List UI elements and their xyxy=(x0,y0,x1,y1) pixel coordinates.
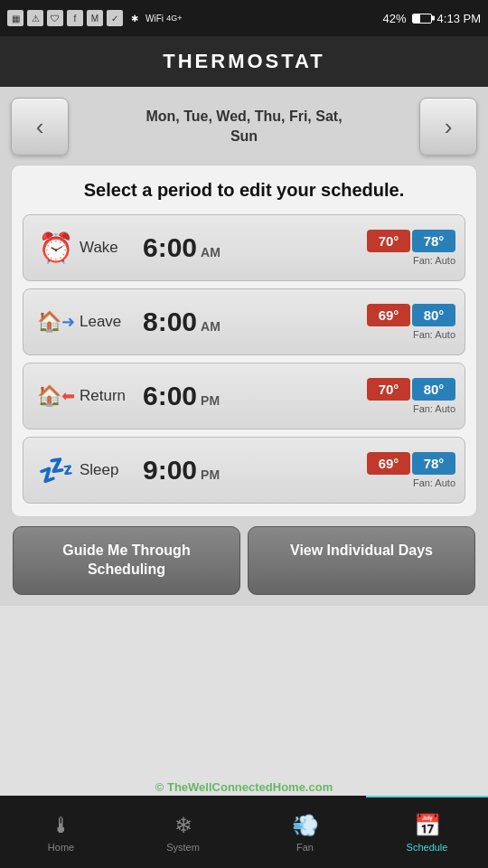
leave-icon: 🏠➜ xyxy=(33,298,80,345)
sleep-time: 9:00 PM xyxy=(143,455,367,486)
battery-percent: 42% xyxy=(383,12,407,25)
days-display: Mon, Tue, Wed, Thu, Fri, Sat,Sun xyxy=(76,107,412,147)
return-icon: 🏠⬅ xyxy=(33,373,80,420)
return-temps: 70° 80° Fan: Auto xyxy=(367,378,455,414)
return-ampm: PM xyxy=(201,393,220,408)
sleep-ampm: PM xyxy=(201,467,220,482)
footer-fan[interactable]: 💨 Fan xyxy=(244,796,366,868)
wake-time-value: 6:00 xyxy=(143,232,197,263)
footer-home[interactable]: 🌡 Home xyxy=(0,796,122,868)
alert-icon: ⚠ xyxy=(27,10,43,26)
fan-icon: 💨 xyxy=(292,813,319,838)
leave-temp-badges: 69° 80° xyxy=(367,304,455,326)
leave-cool-temp: 80° xyxy=(412,304,455,326)
signal-icon: 4G+ xyxy=(166,10,183,26)
battery-bar xyxy=(412,14,432,24)
system-snowflake-icon: ❄ xyxy=(174,813,192,838)
leave-heat-temp: 69° xyxy=(367,304,410,326)
sleep-cool-temp: 78° xyxy=(412,452,455,475)
leave-fan: Fan: Auto xyxy=(413,329,455,340)
next-button[interactable]: › xyxy=(419,98,477,156)
leave-label: Leave xyxy=(80,313,143,331)
wake-icon: ⏰ xyxy=(33,224,80,271)
return-time-value: 6:00 xyxy=(143,381,197,411)
status-icons-left: ▦ ⚠ 🛡 f M ✓ ✱ WiFi 4G+ xyxy=(7,10,183,26)
return-time: 6:00 PM xyxy=(143,381,367,411)
footer-home-label: Home xyxy=(48,842,74,853)
wake-heat-temp: 70° xyxy=(367,230,410,252)
wake-temps: 70° 78° Fan: Auto xyxy=(367,230,455,266)
schedule-card-title: Select a period to edit your schedule. xyxy=(23,178,465,202)
return-cool-temp: 80° xyxy=(412,378,455,401)
sleep-icon: 💤 xyxy=(33,447,80,494)
leave-period-row[interactable]: 🏠➜ Leave 8:00 AM 69° 80° Fan: Auto xyxy=(23,288,465,355)
battery-fill xyxy=(413,14,420,23)
wake-ampm: AM xyxy=(201,245,221,259)
return-fan: Fan: Auto xyxy=(413,403,455,414)
return-temp-badges: 70° 80° xyxy=(367,378,455,401)
watermark: © TheWellConnectedHome.com xyxy=(0,780,488,794)
sleep-time-value: 9:00 xyxy=(143,455,197,486)
facebook-icon: f xyxy=(67,10,83,26)
footer-schedule[interactable]: 📅 Schedule xyxy=(366,796,488,868)
days-nav-row: ‹ Mon, Tue, Wed, Thu, Fri, Sat,Sun › xyxy=(11,98,477,156)
wake-period-row[interactable]: ⏰ Wake 6:00 AM 70° 78° Fan: Auto xyxy=(23,214,465,281)
wake-temp-badges: 70° 78° xyxy=(367,230,455,252)
check-icon: ✓ xyxy=(107,10,123,26)
footer-schedule-label: Schedule xyxy=(407,842,448,853)
wake-cool-temp: 78° xyxy=(412,230,455,252)
leave-time-value: 8:00 xyxy=(143,307,197,337)
return-heat-temp: 70° xyxy=(367,378,410,401)
app-header: THERMOSTAT xyxy=(0,36,488,87)
gmail-icon: M xyxy=(87,10,103,26)
clock: 4:13 PM xyxy=(437,12,481,25)
footer-system-label: System xyxy=(166,842,200,853)
wake-time: 6:00 AM xyxy=(143,232,367,263)
sleep-temp-badges: 69° 78° xyxy=(367,452,455,475)
shield-icon: 🛡 xyxy=(47,10,63,26)
sleep-heat-temp: 69° xyxy=(367,452,410,475)
schedule-calendar-icon: 📅 xyxy=(414,813,441,838)
sleep-period-row[interactable]: 💤 Sleep 9:00 PM 69° 78° Fan: Auto xyxy=(23,437,465,504)
bluetooth-icon: ✱ xyxy=(127,10,143,26)
view-individual-days-button[interactable]: View Individual Days xyxy=(248,526,475,595)
footer-nav: 🌡 Home ❄ System 💨 Fan 📅 Schedule xyxy=(0,796,488,868)
status-right: 42% 4:13 PM xyxy=(383,12,481,25)
main-content: ‹ Mon, Tue, Wed, Thu, Fri, Sat,Sun › Sel… xyxy=(0,87,488,606)
return-period-row[interactable]: 🏠⬅ Return 6:00 PM 70° 80° Fan: Auto xyxy=(23,363,465,429)
schedule-card: Select a period to edit your schedule. ⏰… xyxy=(11,165,477,517)
sim-icon: ▦ xyxy=(7,10,23,26)
footer-fan-label: Fan xyxy=(296,842,314,853)
home-thermometer-icon: 🌡 xyxy=(51,813,72,838)
leave-ampm: AM xyxy=(201,319,221,334)
sleep-fan: Fan: Auto xyxy=(413,477,455,488)
wake-label: Wake xyxy=(80,239,143,257)
wake-fan: Fan: Auto xyxy=(413,255,455,266)
status-bar: ▦ ⚠ 🛡 f M ✓ ✱ WiFi 4G+ 42% 4:13 PM xyxy=(0,0,488,36)
wifi-icon: WiFi xyxy=(146,10,163,26)
return-label: Return xyxy=(80,387,143,405)
sleep-temps: 69° 78° Fan: Auto xyxy=(367,452,455,488)
sleep-label: Sleep xyxy=(80,461,143,479)
leave-time: 8:00 AM xyxy=(143,307,367,337)
leave-temps: 69° 80° Fan: Auto xyxy=(367,304,455,340)
guide-scheduling-button[interactable]: Guide Me Through Scheduling xyxy=(13,526,240,595)
app-title: THERMOSTAT xyxy=(163,50,325,73)
bottom-buttons: Guide Me Through Scheduling View Individ… xyxy=(11,526,477,595)
prev-button[interactable]: ‹ xyxy=(11,98,69,156)
footer-system[interactable]: ❄ System xyxy=(122,796,244,868)
